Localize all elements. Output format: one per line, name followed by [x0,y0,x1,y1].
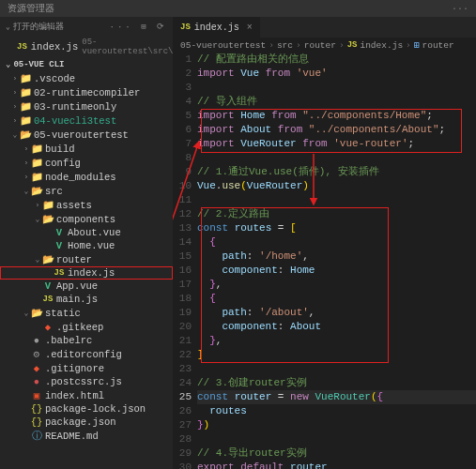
file-tree: ›📁.vscode›📁02-runtimecompiler›📁03-runtim… [0,71,173,444]
breadcrumb-seg[interactable]: src [277,40,293,51]
tree-item--gitignore[interactable]: ◆.gitignore [0,361,173,375]
sidebar: ⌄ 打开的编辑器 ··· ⊞ ⟳ JS index.js 05-vueroute… [0,17,173,469]
tree-item-home-vue[interactable]: VHome.vue [0,239,173,252]
tree-item-components[interactable]: ⌄📂components [0,212,173,226]
file-icon: ◆ [30,362,43,374]
tree-item--postcssrc-js[interactable]: ●.postcssrc.js [0,375,173,388]
tree-item-label: .gitkeep [56,322,103,333]
file-icon: ◆ [41,321,54,333]
js-icon: JS [17,42,27,52]
file-icon: {} [30,403,43,415]
breadcrumb-seg[interactable]: 05-vueroutertest [180,40,266,51]
open-editor-name: index.js [31,41,78,53]
tree-item-05-vueroutertest[interactable]: ⌄📂05-vueroutertest [0,128,173,142]
chevron-icon: ⌄ [23,187,30,195]
tree-item--gitkeep[interactable]: ◆.gitkeep [0,320,173,334]
tree-item-label: .postcssrc.js [45,376,122,387]
tree-item-index-html[interactable]: ▣index.html [0,388,173,402]
tree-item--vscode[interactable]: ›📁.vscode [0,71,173,85]
chevron-icon: › [23,159,30,167]
tree-item-label: router [56,254,92,265]
chevron-icon: › [34,201,41,209]
file-icon: ● [30,335,43,346]
tree-item-assets[interactable]: ›📁assets [0,198,173,212]
chevron-icon: › [11,88,19,97]
tree-item-02-runtimecompiler[interactable]: ›📁02-runtimecompiler [0,85,173,99]
file-icon: V [41,280,54,292]
file-icon: ▣ [30,389,43,401]
open-editors-label: 打开的编辑器 [13,21,64,33]
file-icon: 📂 [30,185,43,197]
chevron-icon: › [23,144,30,153]
tree-item-label: components [56,214,115,225]
tree-item-app-vue[interactable]: VApp.vue [0,280,173,293]
tree-item-label: build [45,144,75,155]
chevron-icon: ⌄ [34,215,41,223]
file-icon: 📂 [30,307,43,319]
project-header[interactable]: ⌄ 05-VUE CLI [0,57,173,71]
tab-bar: JS index.js × [173,17,476,38]
chevron-down-icon: ⌄ [6,23,10,31]
breadcrumb[interactable]: 05-vueroutertest› src› router› JS index.… [173,38,476,53]
tree-item-label: App.vue [56,280,98,292]
tree-item-label: .babelrc [45,335,92,346]
tree-item-config[interactable]: ›📁config [0,156,173,170]
code-lines[interactable]: // 配置路由相关的信息import Vue from 'vue' // 导入组… [197,53,476,469]
tree-item-04-vuecli3test[interactable]: ›📁04-vuecli3test [0,113,173,128]
close-icon[interactable]: × [247,23,253,33]
variable-icon: ⊞ [414,39,420,51]
chevron-icon: ⌄ [34,255,41,264]
chevron-icon: › [11,74,19,83]
tree-item-label: 04-vuecli3test [34,115,116,127]
tree-item-label: static [45,308,81,319]
titlebar-label: 资源管理器 [8,2,54,15]
tree-item-about-vue[interactable]: VAbout.vue [0,226,173,239]
breadcrumb-seg[interactable]: router [422,40,454,51]
file-icon: 📁 [30,143,43,155]
breadcrumb-seg[interactable]: index.js [360,40,403,51]
tree-item--babelrc[interactable]: ●.babelrc [0,334,173,347]
tree-item-label: .editorconfig [45,349,122,360]
tab-label: index.js [194,23,239,33]
tree-item-router[interactable]: ⌄📂router [0,252,173,266]
tree-item-label: 03-runtimeonly [34,101,116,113]
line-gutter: 1234567891011121314151617181920212223242… [173,53,197,469]
editor-area: JS index.js × 05-vueroutertest› src› rou… [173,17,476,469]
tree-item-node-modules[interactable]: ›📁node_modules [0,170,173,184]
tree-item-main-js[interactable]: JSmain.js [0,293,173,306]
tree-item-03-runtimeonly[interactable]: ›📁03-runtimeonly [0,99,173,113]
file-icon: 📁 [30,171,43,183]
file-icon: ⚙ [30,348,43,360]
file-icon: 📁 [19,114,32,127]
tree-item-label: config [45,158,81,169]
tree-item-static[interactable]: ⌄📂static [0,306,173,320]
tree-item-label: src [45,186,63,197]
header-actions[interactable]: ··· ⊞ ⟳ [110,22,167,32]
tree-item-label: About.vue [68,227,121,238]
tree-item-label: Home.vue [68,240,115,251]
tree-item-label: README.md [45,431,99,442]
open-editor-item[interactable]: JS index.js 05-vueroutertest\src\router [0,37,173,57]
tree-item-build[interactable]: ›📁build [0,142,173,156]
tree-item-readme-md[interactable]: ⓘREADME.md [0,429,173,444]
tree-item-label: .gitignore [45,363,104,374]
open-editors-header[interactable]: ⌄ 打开的编辑器 ··· ⊞ ⟳ [0,17,173,37]
tree-item-label: assets [56,200,92,211]
file-icon: JS [53,268,66,278]
file-icon: 📂 [19,129,32,141]
breadcrumb-seg[interactable]: router [304,40,336,51]
file-icon: ● [30,376,43,387]
chevron-icon: ⌄ [11,130,19,139]
file-icon: 📂 [41,213,54,225]
editor-tab[interactable]: JS index.js × [173,17,261,38]
tree-item-src[interactable]: ⌄📂src [0,184,173,198]
tree-item-package-json[interactable]: {}package.json [0,416,173,429]
titlebar: 资源管理器 ··· [0,0,476,17]
titlebar-more-icon[interactable]: ··· [452,4,468,14]
tree-item--editorconfig[interactable]: ⚙.editorconfig [0,347,173,361]
file-icon: {} [30,416,43,428]
tree-item-index-js[interactable]: JSindex.js [0,266,173,280]
file-icon: 📁 [30,157,43,169]
code-editor[interactable]: 1234567891011121314151617181920212223242… [173,53,476,469]
tree-item-package-lock-json[interactable]: {}package-lock.json [0,402,173,416]
